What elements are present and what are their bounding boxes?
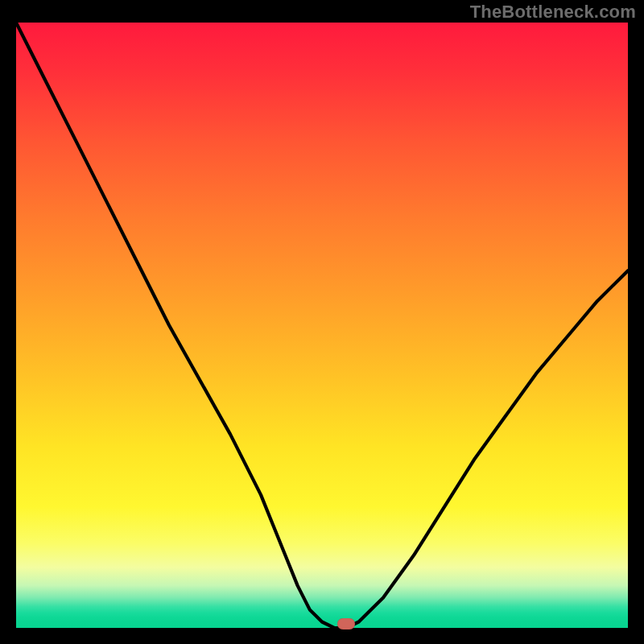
plot-area xyxy=(16,23,628,628)
bottleneck-curve xyxy=(16,23,628,628)
watermark-text: TheBottleneck.com xyxy=(470,2,636,23)
chart-frame: TheBottleneck.com xyxy=(0,0,644,644)
curve-path xyxy=(16,23,628,628)
minimum-marker xyxy=(337,618,355,630)
